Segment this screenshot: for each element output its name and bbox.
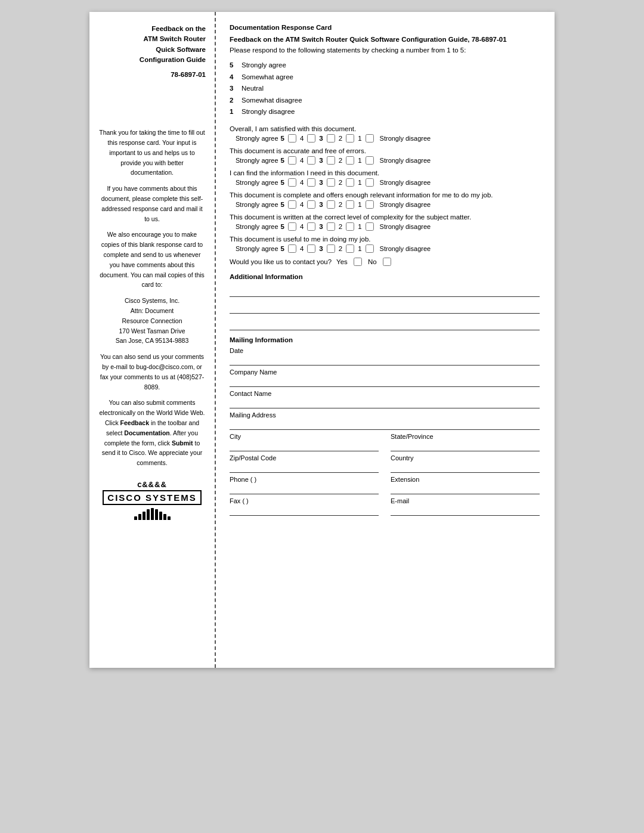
q6-num1-label: 1 xyxy=(358,245,361,252)
q5-checkbox-3[interactable] xyxy=(327,222,335,231)
q5-num1-label: 1 xyxy=(358,223,361,230)
state-input[interactable] xyxy=(391,441,540,451)
bar-2 xyxy=(138,514,141,520)
q5-checkbox-4[interactable] xyxy=(307,222,315,231)
email-input[interactable] xyxy=(391,505,540,516)
additional-line-3[interactable] xyxy=(230,317,540,330)
q1-checkbox-5[interactable] xyxy=(288,134,296,143)
q2-checkbox-4[interactable] xyxy=(307,156,315,165)
scale-list: 5Strongly agree 4Somewhat agree 3Neutral… xyxy=(230,60,540,118)
q3-checkbox-2[interactable] xyxy=(346,178,354,187)
extension-input[interactable] xyxy=(391,484,540,494)
q5-checkbox-2[interactable] xyxy=(346,222,354,231)
address-label: Mailing Address xyxy=(230,411,540,419)
scale-item-5: 5Strongly agree xyxy=(230,60,540,72)
q1-num3-label: 3 xyxy=(319,135,323,142)
q2-num5-label: 5 xyxy=(281,157,284,164)
q2-num1-label: 1 xyxy=(358,157,361,164)
phone-col: Phone ( ) xyxy=(230,476,379,494)
question-3-section: I can find the information I need in thi… xyxy=(230,169,540,187)
q6-strongly-disagree-label: Strongly disagree xyxy=(380,245,431,252)
q1-strongly-disagree-label: Strongly disagree xyxy=(380,135,431,142)
left-header: Feedback on the ATM Switch Router Quick … xyxy=(98,24,206,80)
contact-row: Would you like us to contact you? Yes No xyxy=(230,258,540,266)
q6-checkbox-4[interactable] xyxy=(307,244,315,253)
q5-checkbox-5[interactable] xyxy=(288,222,296,231)
additional-line-1[interactable] xyxy=(230,284,540,297)
q3-checkbox-3[interactable] xyxy=(327,178,335,187)
intro-text: Please respond to the following statemen… xyxy=(230,47,540,54)
contact-no-checkbox[interactable] xyxy=(383,258,391,266)
date-label: Date xyxy=(230,347,540,354)
contact-no-label: No xyxy=(368,258,377,265)
q4-checkbox-4[interactable] xyxy=(307,200,315,209)
fax-input[interactable] xyxy=(230,505,379,516)
country-input[interactable] xyxy=(391,462,540,473)
q2-checkbox-5[interactable] xyxy=(288,156,296,165)
q2-strongly-disagree-label: Strongly disagree xyxy=(380,157,431,164)
scale-item-1: 1Strongly disagree xyxy=(230,106,540,118)
q4-checkbox-5[interactable] xyxy=(288,200,296,209)
additional-info-label: Additional Information xyxy=(230,273,540,280)
q1-checkbox-1[interactable] xyxy=(366,134,374,143)
q3-checkbox-1[interactable] xyxy=(366,178,374,187)
mailing-title: Mailing Information xyxy=(230,336,540,343)
state-label: State/Province xyxy=(391,433,540,440)
q3-num2-label: 2 xyxy=(339,179,342,186)
bar-1 xyxy=(134,516,137,520)
q2-num2-label: 2 xyxy=(339,157,342,164)
q1-checkbox-3[interactable] xyxy=(327,134,335,143)
left-para-5: You can also submit comments electronica… xyxy=(98,398,206,468)
question-2-text: This document is accurate and free of er… xyxy=(230,147,540,154)
q1-checkbox-2[interactable] xyxy=(346,134,354,143)
question-4-section: This document is complete and offers eno… xyxy=(230,191,540,209)
q1-checkbox-4[interactable] xyxy=(307,134,315,143)
fax-label: Fax ( ) xyxy=(230,497,379,504)
zip-country-row: Zip/Postal Code Country xyxy=(230,454,540,473)
atm-switch-label: ATM Switch Router xyxy=(98,34,206,44)
q6-checkbox-1[interactable] xyxy=(366,244,374,253)
date-field: Date xyxy=(230,347,540,366)
phone-input[interactable] xyxy=(230,484,379,494)
q5-num4-label: 4 xyxy=(300,223,304,230)
additional-line-2[interactable] xyxy=(230,301,540,314)
date-input[interactable] xyxy=(230,355,540,366)
contact-name-input[interactable] xyxy=(230,398,540,408)
q2-checkbox-2[interactable] xyxy=(346,156,354,165)
city-input[interactable] xyxy=(230,441,379,451)
q5-checkbox-1[interactable] xyxy=(366,222,374,231)
city-label: City xyxy=(230,433,379,440)
question-5-section: This document is written at the correct … xyxy=(230,213,540,231)
cisco-bars xyxy=(98,507,206,520)
q6-num3-label: 3 xyxy=(319,245,323,252)
q2-strongly-agree-label: Strongly agree xyxy=(236,157,278,164)
address-input[interactable] xyxy=(230,419,540,430)
scale-label-3: Neutral xyxy=(242,83,264,95)
q3-checkbox-5[interactable] xyxy=(288,178,296,187)
q1-num5-label: 5 xyxy=(281,135,284,142)
q4-checkbox-3[interactable] xyxy=(327,200,335,209)
question-1-section: Overall, I am satisfied with this docume… xyxy=(230,125,540,143)
scale-num-2: 2 xyxy=(230,95,237,107)
question-1-rating: Strongly agree 5 4 3 2 1 Strongly disagr… xyxy=(236,134,540,143)
ext-col: Extension xyxy=(391,476,540,494)
phone-label: Phone ( ) xyxy=(230,476,379,483)
mailing-section: Mailing Information Date Company Name Co… xyxy=(230,336,540,516)
company-input[interactable] xyxy=(230,376,540,387)
q4-checkbox-2[interactable] xyxy=(346,200,354,209)
q3-checkbox-4[interactable] xyxy=(307,178,315,187)
left-body: Thank you for taking the time to fill ou… xyxy=(98,128,206,468)
q6-checkbox-2[interactable] xyxy=(346,244,354,253)
q6-checkbox-3[interactable] xyxy=(327,244,335,253)
q6-num2-label: 2 xyxy=(339,245,342,252)
zip-input[interactable] xyxy=(230,462,379,473)
bar-7 xyxy=(159,512,162,520)
contact-yes-checkbox[interactable] xyxy=(354,258,362,266)
q2-checkbox-3[interactable] xyxy=(327,156,335,165)
q6-checkbox-5[interactable] xyxy=(288,244,296,253)
q4-checkbox-1[interactable] xyxy=(366,200,374,209)
question-5-text: This document is written at the correct … xyxy=(230,213,540,221)
q2-checkbox-1[interactable] xyxy=(366,156,374,165)
question-3-text: I can find the information I need in thi… xyxy=(230,169,540,176)
q3-num5-label: 5 xyxy=(281,179,284,186)
